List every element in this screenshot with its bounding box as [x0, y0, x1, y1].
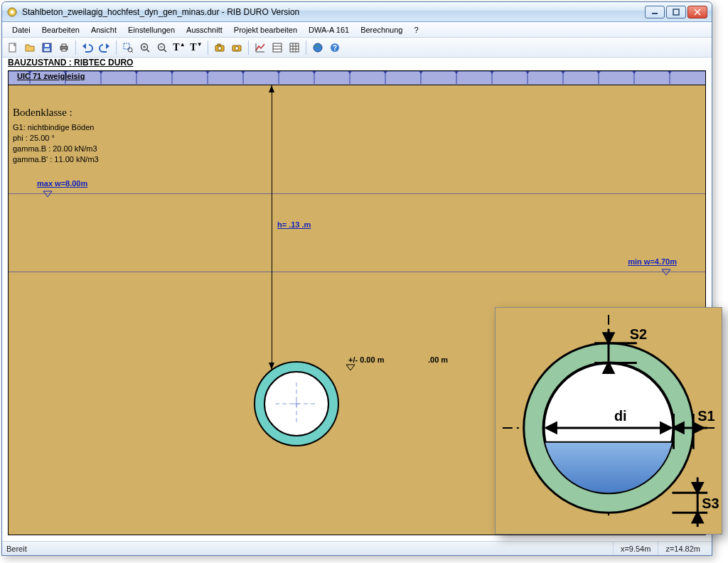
svg-rect-9 — [44, 48, 50, 51]
svg-marker-14 — [106, 43, 109, 49]
svg-marker-112 — [692, 483, 702, 493]
text-small-icon[interactable]: T▼ — [188, 40, 204, 55]
svg-rect-27 — [218, 44, 220, 45]
svg-rect-11 — [62, 44, 66, 46]
save-icon[interactable] — [39, 40, 55, 55]
svg-line-23 — [164, 49, 167, 52]
water-triangle-icon — [661, 269, 671, 276]
water-triangle-icon — [43, 191, 53, 198]
svg-line-17 — [132, 51, 133, 53]
detail-s3-label: S3 — [702, 495, 719, 511]
svg-text:?: ? — [333, 44, 337, 52]
open-icon[interactable] — [22, 40, 38, 55]
toolbar-separator — [248, 41, 249, 55]
svg-rect-32 — [273, 43, 282, 52]
menu-berechnung[interactable]: Berechnung — [355, 26, 408, 34]
zoom-in-icon[interactable] — [137, 40, 153, 55]
form-icon[interactable] — [269, 40, 285, 55]
max-water-label: max w=8.00m — [37, 179, 87, 188]
menubar: Datei Bearbeiten Ansicht Einstellungen A… — [2, 22, 712, 38]
zoom-out-icon[interactable] — [154, 40, 170, 55]
svg-rect-35 — [290, 43, 299, 52]
load-arrows-icon — [9, 71, 705, 85]
maximize-button[interactable] — [666, 6, 686, 18]
detail-di-label: di — [614, 408, 627, 424]
svg-marker-113 — [692, 513, 702, 522]
heading: BAUZUSTAND : RIBTEC DURO — [2, 58, 712, 70]
ground-marker-left: +/- 0.00 m — [348, 355, 384, 364]
soil-line: gamma.B' : 11.00 kN/m3 — [13, 154, 99, 165]
pipe-detail-overlay: di S2 S1 S3 — [495, 307, 722, 535]
toolbar: T▲ T▼ ? — [2, 38, 712, 58]
menu-projekt[interactable]: Projekt bearbeiten — [228, 26, 303, 34]
redo-icon[interactable] — [97, 40, 112, 55]
undo-icon[interactable] — [80, 40, 95, 55]
toolbar-separator — [116, 41, 117, 55]
load-bar: UIC 71 zweigleisig — [9, 71, 705, 85]
soil-title: Bodenklasse : — [13, 105, 99, 119]
svg-point-1 — [11, 10, 14, 14]
app-icon — [6, 6, 18, 18]
svg-marker-82 — [43, 191, 52, 197]
soil-line: phi : 25.00 ° — [13, 133, 99, 144]
new-icon[interactable] — [5, 40, 21, 55]
titlebar: Stahlbeton_zweilagig_hochfest_dyn_gen_mi… — [2, 2, 712, 22]
detail-s2-label: S2 — [630, 326, 647, 342]
min-water-line — [9, 272, 705, 272]
zoom-window-icon[interactable] — [120, 40, 136, 55]
ground-triangle-icon — [346, 364, 355, 371]
globe-icon[interactable] — [310, 40, 326, 55]
svg-marker-106 — [693, 423, 703, 433]
table-icon[interactable] — [287, 40, 302, 55]
statusbar: Bereit x=9.54m z=14.82m — [2, 541, 712, 555]
menu-bearbeiten[interactable]: Bearbeiten — [36, 26, 85, 34]
svg-rect-8 — [45, 44, 49, 47]
min-water-label: min w=4.70m — [628, 257, 677, 266]
depth-arrow-icon — [272, 85, 272, 370]
menu-help[interactable]: ? — [408, 26, 424, 34]
status-z: z=14.82m — [658, 542, 707, 555]
toolbar-separator — [208, 41, 208, 55]
svg-point-26 — [218, 46, 222, 50]
svg-point-29 — [235, 46, 239, 50]
svg-rect-3 — [673, 9, 679, 15]
menu-ausschnitt[interactable]: Ausschnitt — [181, 26, 228, 34]
camera-icon[interactable] — [212, 40, 228, 55]
detail-s1-label: S1 — [697, 408, 714, 424]
toolbar-separator — [306, 41, 306, 55]
minimize-button[interactable] — [645, 6, 665, 18]
window-title: Stahlbeton_zweilagig_hochfest_dyn_gen_mi… — [22, 7, 645, 17]
toolbar-separator — [75, 41, 76, 55]
svg-marker-100 — [604, 333, 614, 343]
svg-marker-83 — [662, 269, 670, 275]
load-label: UIC 71 zweigleisig — [17, 72, 85, 80]
menu-datei[interactable]: Datei — [6, 26, 36, 34]
help-icon[interactable]: ? — [327, 40, 343, 55]
soil-line: gamma.B : 20.00 kN/m3 — [13, 144, 99, 154]
max-water-line — [9, 193, 705, 194]
svg-rect-12 — [62, 49, 66, 51]
camera2-icon[interactable] — [229, 40, 245, 55]
window-controls — [645, 6, 707, 18]
soil-info: Bodenklasse : G1: nichtbindige Böden phi… — [13, 105, 99, 165]
text-big-icon[interactable]: T▲ — [171, 40, 187, 55]
svg-marker-13 — [82, 43, 86, 49]
status-x: x=9.54m — [613, 542, 658, 555]
pipe-cross-section — [254, 361, 339, 446]
status-ready: Bereit — [6, 545, 27, 553]
svg-line-19 — [147, 49, 150, 52]
menu-einstellungen[interactable]: Einstellungen — [122, 26, 181, 34]
svg-point-40 — [314, 43, 322, 52]
print-icon[interactable] — [56, 40, 72, 55]
menu-dwa[interactable]: DWA-A 161 — [303, 26, 355, 34]
ground-marker-right: .00 m — [428, 355, 448, 364]
chart-icon[interactable] — [252, 40, 268, 55]
menu-ansicht[interactable]: Ansicht — [85, 26, 122, 34]
soil-line: G1: nichtbindige Böden — [13, 122, 99, 133]
close-button[interactable] — [687, 6, 707, 18]
svg-marker-84 — [346, 365, 355, 370]
depth-label: h= .13 .m — [277, 220, 311, 229]
